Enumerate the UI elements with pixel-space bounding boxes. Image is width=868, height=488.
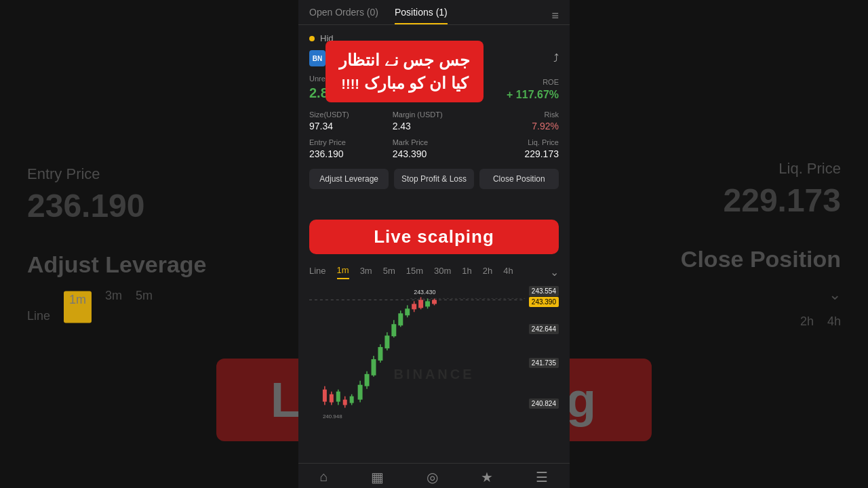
liq-price-value: 229.173 — [475, 148, 559, 159]
chart-tab-2h[interactable]: 2h — [483, 266, 492, 279]
urdu-text-line2: کیا ان کو مبارک !!!! — [339, 72, 470, 95]
chart-tab-15m[interactable]: 15m — [406, 266, 423, 279]
risk-value: 7.92% — [475, 121, 559, 131]
urdu-text-line1: جس جس نے انتظار — [339, 49, 470, 72]
chart-dropdown-icon[interactable]: ⌄ — [550, 266, 559, 279]
size-stat: Size(USDT) 97.34 — [309, 110, 393, 131]
svg-text:243.430: 243.430 — [414, 289, 435, 296]
tab-open-orders[interactable]: Open Orders (0) — [309, 7, 378, 24]
nav-menu[interactable]: ☰ — [536, 469, 548, 485]
chart-tab-1m[interactable]: 1m — [337, 265, 349, 279]
chart-tab-3m[interactable]: 3m — [360, 266, 372, 279]
margin-stat: Margin (USDT) 2.43 — [393, 110, 476, 131]
bottom-nav: ⌂ ▦ ◎ ★ ☰ — [298, 463, 570, 488]
size-label: Size(USDT) — [309, 110, 393, 119]
liq-price-label: Liq. Price — [475, 138, 559, 146]
chart-svg: 243.430 240.948 2023-07-10 15:34 — [309, 285, 559, 420]
price-label-mark: 243.390 — [529, 297, 559, 307]
bg-entry-price-value: 236.190 — [27, 187, 207, 224]
risk-stat: Risk 7.92% — [475, 110, 559, 131]
mark-price-value: 243.390 — [393, 148, 476, 159]
urdu-banner: جس جس نے انتظار کیا ان کو مبارک !!!! — [326, 41, 484, 102]
share-icon[interactable]: ⤴ — [553, 52, 559, 64]
chart-tab-line[interactable]: Line — [309, 266, 326, 279]
bg-liq-price-label: Liq. Price — [681, 160, 841, 178]
size-value: 97.34 — [309, 121, 393, 131]
risk-label: Risk — [475, 110, 559, 119]
trade-icon: ◎ — [427, 469, 438, 485]
menu-icon[interactable]: ≡ — [551, 9, 559, 23]
close-position-button[interactable]: Close Position — [479, 169, 559, 189]
chart-icon: ▦ — [371, 469, 384, 485]
stats-grid: Size(USDT) 97.34 Margin (USDT) 2.43 Risk… — [309, 110, 559, 159]
live-scalping-text: Live scalping — [374, 226, 494, 247]
svg-text:240.948: 240.948 — [323, 413, 342, 420]
nav-chart[interactable]: ▦ — [371, 469, 384, 485]
tab-positions[interactable]: Positions (1) — [395, 7, 448, 24]
bg-close-position: Close Position — [681, 246, 841, 272]
home-icon: ⌂ — [320, 469, 328, 485]
chart-tabs: Line 1m 3m 5m 15m 30m 1h 2h 4h ⌄ — [298, 265, 570, 279]
entry-price-stat: Entry Price 236.190 — [309, 138, 393, 159]
adjust-leverage-button[interactable]: Adjust Leverage — [309, 169, 389, 189]
bg-liq-price-value: 229.173 — [681, 182, 841, 219]
menu-nav-icon: ☰ — [536, 469, 548, 485]
chart-tab-1h[interactable]: 1h — [462, 266, 471, 279]
price-label-mid2: 241.735 — [529, 358, 559, 368]
nav-favorites[interactable]: ★ — [481, 469, 493, 485]
coin-icon: BN — [309, 50, 326, 66]
nav-home[interactable]: ⌂ — [320, 469, 328, 485]
price-label-mid1: 242.644 — [529, 324, 559, 334]
liq-price-stat: Liq. Price 229.173 — [475, 138, 559, 159]
chart-tab-5m[interactable]: 5m — [383, 266, 395, 279]
yellow-indicator — [309, 36, 315, 41]
margin-value: 2.43 — [393, 121, 476, 131]
entry-price-value: 236.190 — [309, 148, 393, 159]
stop-profit-loss-button[interactable]: Stop Profit & Loss — [394, 169, 473, 189]
bg-entry-price-label: Entry Price — [27, 165, 207, 183]
mark-price-stat: Mark Price 243.390 — [393, 138, 476, 159]
action-buttons: Adjust Leverage Stop Profit & Loss Close… — [309, 169, 559, 189]
bg-chevron: ⌄ — [829, 286, 841, 304]
price-label-low: 240.824 — [529, 399, 559, 409]
margin-label: Margin (USDT) — [393, 110, 476, 119]
entry-price-label: Entry Price — [309, 138, 393, 146]
chart-tab-30m[interactable]: 30m — [434, 266, 451, 279]
favorites-icon: ★ — [481, 469, 493, 485]
roe-label: ROE — [507, 78, 559, 86]
bg-adjust-leverage: Adjust Leverage — [27, 251, 207, 278]
tabs-bar: Open Orders (0) Positions (1) ≡ — [298, 0, 570, 25]
price-label-high: 243.554 — [529, 286, 559, 296]
nav-trade[interactable]: ◎ — [427, 469, 438, 485]
mark-price-label: Mark Price — [393, 138, 476, 146]
chart-tab-4h[interactable]: 4h — [503, 266, 513, 279]
live-scalping-banner[interactable]: Live scalping — [309, 220, 559, 254]
roe-value: + 117.67% — [507, 89, 559, 101]
chart-area: BINANCE 243.554 243.390 242.644 241.735 … — [298, 285, 570, 463]
